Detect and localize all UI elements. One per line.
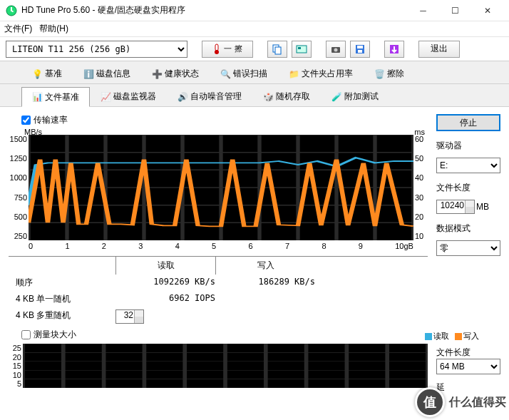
col-read: 读取 bbox=[115, 257, 215, 275]
folder-icon: 📁 bbox=[289, 69, 299, 79]
tab-disk-monitor[interactable]: 📈磁盘监视器 bbox=[90, 87, 167, 106]
temperature-button[interactable]: 一 擦 bbox=[202, 41, 253, 58]
tab-disk-info[interactable]: ℹ️磁盘信息 bbox=[73, 64, 141, 83]
datamode-label: 数据模式 bbox=[436, 222, 500, 235]
svg-point-4 bbox=[215, 50, 219, 54]
filelen2-label: 文件长度 bbox=[436, 347, 500, 359]
svg-rect-6 bbox=[275, 47, 281, 54]
copy-screenshot-button[interactable] bbox=[292, 41, 312, 58]
block-size-chart: 252015105 bbox=[9, 344, 428, 388]
tab-error-scan[interactable]: 🔍错误扫描 bbox=[210, 64, 278, 83]
info-icon: ℹ️ bbox=[83, 69, 93, 79]
window-title: HD Tune Pro 5.60 - 硬盘/固态硬盘实用程序 bbox=[21, 4, 407, 16]
chart-legend: 读取 写入 bbox=[425, 331, 479, 342]
tab-file-benchmark[interactable]: 📊文件基准 bbox=[21, 87, 90, 107]
copy-info-button[interactable] bbox=[267, 41, 287, 58]
tab-random-access[interactable]: 🎲随机存取 bbox=[252, 87, 321, 106]
svg-rect-13 bbox=[358, 50, 362, 53]
tab-aam[interactable]: 🔊自动噪音管理 bbox=[167, 87, 252, 106]
block-size-label: 测量块大小 bbox=[34, 329, 76, 341]
filelen-spinner[interactable]: 10240 bbox=[436, 200, 475, 214]
minimize-button[interactable]: ─ bbox=[407, 1, 439, 21]
watermark: 值 什么值得买 bbox=[415, 387, 506, 417]
options-button[interactable] bbox=[384, 41, 404, 58]
svg-rect-8 bbox=[298, 47, 301, 49]
menu-file[interactable]: 文件(F) bbox=[4, 23, 32, 35]
tab-health[interactable]: ➕健康状态 bbox=[141, 64, 210, 83]
datamode-select[interactable]: 零 bbox=[436, 240, 500, 256]
extra-icon: 🧪 bbox=[331, 92, 341, 102]
save-button[interactable] bbox=[350, 41, 370, 58]
app-icon bbox=[6, 5, 17, 16]
monitor-icon: 📈 bbox=[101, 92, 110, 102]
tab-benchmark[interactable]: 💡基准 bbox=[21, 64, 73, 83]
trash-icon: 🗑️ bbox=[374, 69, 384, 79]
menu-help[interactable]: 帮助(H) bbox=[39, 23, 68, 35]
result-row: 顺序1092269 KB/s186289 KB/s bbox=[9, 275, 428, 291]
result-row: 4 KB 单一随机6962 IOPS bbox=[9, 291, 428, 307]
tab-extra-tests[interactable]: 🧪附加测试 bbox=[321, 87, 389, 106]
bulb-icon: 💡 bbox=[32, 69, 42, 79]
close-button[interactable]: ✕ bbox=[471, 1, 503, 21]
maximize-button[interactable]: ☐ bbox=[439, 1, 471, 21]
search-icon: 🔍 bbox=[220, 69, 230, 79]
transfer-rate-label: 传输速率 bbox=[34, 114, 68, 126]
filelen2-select[interactable]: 64 MB bbox=[436, 359, 500, 374]
svg-point-10 bbox=[334, 48, 338, 51]
drive-letter-select[interactable]: E: bbox=[436, 158, 500, 173]
screenshot-button[interactable] bbox=[326, 41, 346, 58]
result-row: 4 KB 多重随机32 bbox=[9, 307, 428, 326]
drive-label: 驱动器 bbox=[436, 140, 500, 152]
random-icon: 🎲 bbox=[263, 92, 273, 102]
filelen-label: 文件长度 bbox=[436, 182, 500, 194]
file-bench-icon: 📊 bbox=[32, 92, 42, 102]
block-size-checkbox[interactable] bbox=[21, 330, 31, 339]
exit-button[interactable]: 退出 bbox=[418, 41, 460, 58]
svg-rect-3 bbox=[215, 44, 218, 51]
tab-folder-usage[interactable]: 📁文件夹占用率 bbox=[278, 64, 364, 83]
transfer-rate-checkbox[interactable] bbox=[21, 116, 31, 125]
transfer-chart: MB/s ms 150012501000750500250 6050403020… bbox=[9, 129, 428, 250]
tab-erase[interactable]: 🗑️擦除 bbox=[364, 64, 415, 83]
queue-depth-spinner[interactable]: 32 bbox=[115, 309, 144, 324]
col-write: 写入 bbox=[215, 257, 315, 275]
sound-icon: 🔊 bbox=[178, 92, 187, 102]
drive-selector[interactable]: LITEON T11 256 (256 gB) bbox=[6, 41, 187, 58]
stop-button[interactable]: 停止 bbox=[436, 114, 500, 131]
health-icon: ➕ bbox=[152, 69, 162, 79]
svg-rect-12 bbox=[357, 46, 363, 48]
